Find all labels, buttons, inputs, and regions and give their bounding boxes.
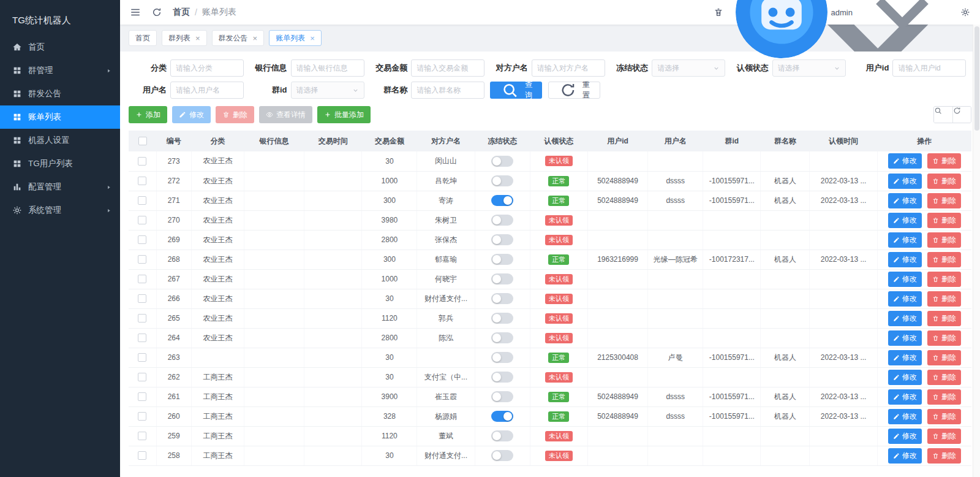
freeze-toggle[interactable] <box>491 254 513 265</box>
freeze-toggle[interactable] <box>491 313 513 324</box>
row-checkbox[interactable] <box>138 216 146 224</box>
edit-button[interactable]: 修改 <box>888 232 922 248</box>
delete-button[interactable]: 删除 <box>927 213 961 228</box>
row-checkbox[interactable] <box>138 353 146 362</box>
freeze-toggle[interactable] <box>491 352 513 363</box>
delete-button[interactable]: 删除 <box>927 350 961 365</box>
row-checkbox[interactable] <box>138 334 146 342</box>
freeze-toggle[interactable] <box>491 293 513 304</box>
add-button[interactable]: 添加 <box>129 106 167 123</box>
delete-button[interactable]: 删除 <box>927 153 961 169</box>
freeze-toggle[interactable] <box>491 411 513 422</box>
freeze-toggle[interactable] <box>491 332 513 343</box>
select-all-checkbox[interactable] <box>138 137 147 145</box>
freeze-toggle[interactable] <box>491 391 513 402</box>
row-checkbox[interactable] <box>138 412 146 421</box>
tab-bill-list[interactable]: 账单列表 × <box>269 30 322 46</box>
delete-button[interactable]: 删除 <box>927 232 961 248</box>
close-icon[interactable]: × <box>310 34 315 42</box>
row-checkbox[interactable] <box>138 432 146 440</box>
freeze-toggle[interactable] <box>491 195 513 206</box>
tab-home[interactable]: 首页 <box>129 30 157 46</box>
close-icon[interactable]: × <box>253 34 258 42</box>
edit-button[interactable]: 修改 <box>888 448 922 464</box>
row-checkbox[interactable] <box>138 235 146 244</box>
filter-select-claim-status[interactable]: 请选择 <box>772 59 846 77</box>
filter-select-freeze-status[interactable]: 请选择 <box>652 59 725 77</box>
sidebar-item-group-manage[interactable]: 群管理 <box>0 59 120 82</box>
filter-input-counterparty[interactable] <box>532 59 605 77</box>
freeze-toggle[interactable] <box>491 156 513 167</box>
row-checkbox[interactable] <box>138 177 146 185</box>
freeze-toggle[interactable] <box>491 215 513 226</box>
view-detail-button[interactable]: 查看详情 <box>259 106 312 123</box>
filter-select-group-id[interactable]: 请选择 <box>291 82 364 99</box>
row-checkbox[interactable] <box>138 275 146 283</box>
tab-group-announce[interactable]: 群发公告 × <box>212 30 265 46</box>
edit-button[interactable]: 修改 <box>888 429 922 444</box>
search-button[interactable]: 查询 <box>490 82 542 99</box>
filter-input-amount[interactable] <box>411 59 484 77</box>
filter-input-category[interactable] <box>170 59 244 77</box>
sidebar-item-home[interactable]: 首页 <box>0 36 120 59</box>
row-checkbox[interactable] <box>138 451 146 460</box>
delete-button[interactable]: 删除 <box>927 311 961 326</box>
filter-input-username[interactable] <box>170 82 244 99</box>
edit-button[interactable]: 修改 <box>888 193 922 208</box>
edit-button[interactable]: 修改 <box>888 330 922 346</box>
row-checkbox[interactable] <box>138 294 146 303</box>
edit-button[interactable]: 修改 <box>888 291 922 307</box>
row-checkbox[interactable] <box>138 373 146 381</box>
edit-button[interactable]: 修改 <box>888 153 922 169</box>
edit-button[interactable]: 修改 <box>888 213 922 228</box>
delete-button[interactable]: 删除 <box>927 429 961 444</box>
scrollbar-thumb[interactable] <box>974 26 979 131</box>
settings-button[interactable] <box>960 7 970 17</box>
close-icon[interactable]: × <box>195 34 200 42</box>
delete-button[interactable]: 删除 <box>927 448 961 464</box>
reset-button[interactable]: 重置 <box>548 82 600 99</box>
refresh-button[interactable] <box>152 7 162 17</box>
edit-button[interactable]: 修改 <box>888 272 922 287</box>
edit-button[interactable]: 修改 <box>888 350 922 365</box>
delete-button[interactable]: 删除 <box>927 174 961 189</box>
filter-input-bank-info[interactable] <box>291 59 364 77</box>
edit-button[interactable]: 修改 <box>172 106 211 123</box>
sidebar-item-robot-settings[interactable]: 机器人设置 <box>0 129 120 152</box>
sidebar-item-group-announce[interactable]: 群发公告 <box>0 82 120 105</box>
sidebar-item-tg-user-list[interactable]: TG用户列表 <box>0 152 120 175</box>
row-checkbox[interactable] <box>138 314 146 322</box>
scrollbar[interactable] <box>973 25 980 477</box>
freeze-toggle[interactable] <box>491 175 513 186</box>
delete-button[interactable]: 删除 <box>927 409 961 424</box>
edit-button[interactable]: 修改 <box>888 409 922 424</box>
freeze-toggle[interactable] <box>491 372 513 383</box>
delete-button[interactable]: 删除 <box>927 272 961 287</box>
delete-button[interactable]: 删除 <box>216 106 254 123</box>
edit-button[interactable]: 修改 <box>888 389 922 405</box>
filter-input-group-name[interactable] <box>411 82 484 99</box>
batch-add-button[interactable]: 批量添加 <box>317 106 371 123</box>
delete-button[interactable]: 删除 <box>927 330 961 346</box>
delete-button[interactable]: 删除 <box>927 252 961 267</box>
edit-button[interactable]: 修改 <box>888 174 922 189</box>
delete-button[interactable]: 删除 <box>927 370 961 385</box>
row-checkbox[interactable] <box>138 157 146 166</box>
sidebar-item-bill-list[interactable]: 账单列表 <box>0 105 120 129</box>
edit-button[interactable]: 修改 <box>888 311 922 326</box>
trash-button[interactable] <box>714 7 723 17</box>
filter-input-user-id[interactable] <box>892 59 966 77</box>
table-search-button[interactable] <box>934 107 952 123</box>
row-checkbox[interactable] <box>138 196 146 205</box>
sidebar-item-system-manage[interactable]: 系统管理 <box>0 199 120 222</box>
freeze-toggle[interactable] <box>491 450 513 461</box>
user-menu[interactable]: admin <box>736 0 948 58</box>
row-checkbox[interactable] <box>138 255 146 264</box>
edit-button[interactable]: 修改 <box>888 370 922 385</box>
freeze-toggle[interactable] <box>491 430 513 441</box>
delete-button[interactable]: 删除 <box>927 389 961 405</box>
edit-button[interactable]: 修改 <box>888 252 922 267</box>
freeze-toggle[interactable] <box>491 273 513 284</box>
row-checkbox[interactable] <box>138 392 146 401</box>
menu-toggle-button[interactable] <box>130 7 141 18</box>
